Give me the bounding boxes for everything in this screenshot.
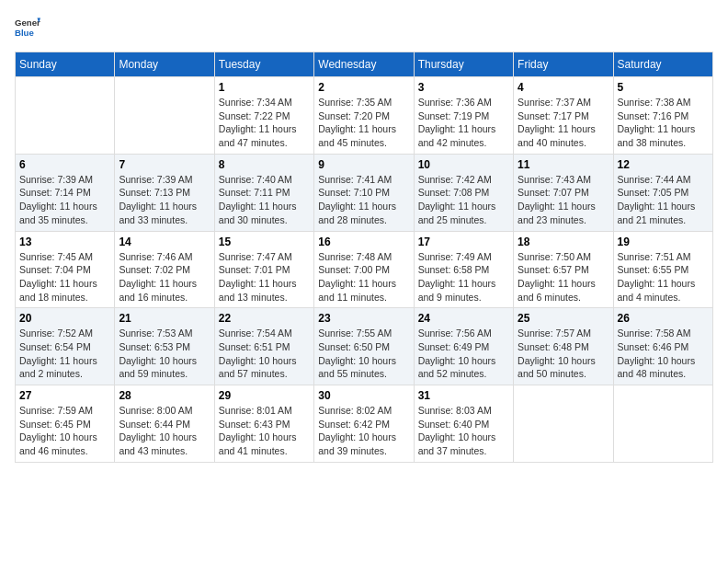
calendar-cell: 31Sunrise: 8:03 AMSunset: 6:40 PMDayligh… [414,385,513,463]
logo: General Blue [15,15,40,40]
calendar-cell: 16Sunrise: 7:48 AMSunset: 7:00 PMDayligh… [314,231,414,308]
weekday-header-monday: Monday [115,52,214,77]
calendar-cell: 22Sunrise: 7:54 AMSunset: 6:51 PMDayligh… [214,308,313,385]
day-info: Sunrise: 7:38 AMSunset: 7:16 PMDaylight:… [618,96,709,150]
day-number: 15 [219,236,310,248]
calendar-cell: 13Sunrise: 7:45 AMSunset: 7:04 PMDayligh… [16,231,115,308]
calendar-cell: 26Sunrise: 7:58 AMSunset: 6:46 PMDayligh… [613,308,712,385]
svg-text:General: General [15,17,40,28]
day-number: 17 [418,236,509,248]
day-info: Sunrise: 7:39 AMSunset: 7:13 PMDaylight:… [119,173,210,227]
calendar-cell: 12Sunrise: 7:44 AMSunset: 7:05 PMDayligh… [613,154,712,231]
calendar-cell: 19Sunrise: 7:51 AMSunset: 6:55 PMDayligh… [613,231,712,308]
day-number: 14 [119,236,210,248]
calendar-cell [115,77,214,155]
calendar-cell: 4Sunrise: 7:37 AMSunset: 7:17 PMDaylight… [514,77,613,155]
calendar-cell: 18Sunrise: 7:50 AMSunset: 6:57 PMDayligh… [514,231,613,308]
calendar-cell: 14Sunrise: 7:46 AMSunset: 7:02 PMDayligh… [115,231,214,308]
day-number: 24 [418,312,509,325]
day-number: 6 [19,158,110,171]
calendar-cell: 30Sunrise: 8:02 AMSunset: 6:42 PMDayligh… [314,385,414,463]
day-number: 22 [219,312,310,325]
day-info: Sunrise: 7:43 AMSunset: 7:07 PMDaylight:… [518,173,609,227]
day-number: 8 [219,158,310,171]
calendar-cell: 20Sunrise: 7:52 AMSunset: 6:54 PMDayligh… [16,308,115,385]
day-info: Sunrise: 7:35 AMSunset: 7:20 PMDaylight:… [318,96,409,150]
calendar-cell: 7Sunrise: 7:39 AMSunset: 7:13 PMDaylight… [115,154,214,231]
day-number: 23 [318,312,409,325]
day-number: 16 [318,236,409,248]
calendar-cell: 5Sunrise: 7:38 AMSunset: 7:16 PMDaylight… [613,77,712,155]
weekday-header-wednesday: Wednesday [314,52,414,77]
day-number: 7 [119,158,210,171]
day-info: Sunrise: 7:49 AMSunset: 6:58 PMDaylight:… [418,250,509,304]
logo-icon: General Blue [15,15,40,40]
day-info: Sunrise: 7:51 AMSunset: 6:55 PMDaylight:… [618,250,709,304]
weekday-header-saturday: Saturday [613,52,712,77]
day-info: Sunrise: 7:56 AMSunset: 6:49 PMDaylight:… [418,327,509,381]
calendar-cell [16,77,115,155]
day-number: 13 [19,236,110,248]
calendar-cell: 23Sunrise: 7:55 AMSunset: 6:50 PMDayligh… [314,308,414,385]
calendar-cell: 2Sunrise: 7:35 AMSunset: 7:20 PMDaylight… [314,77,414,155]
day-info: Sunrise: 8:01 AMSunset: 6:43 PMDaylight:… [219,404,310,458]
calendar-cell: 25Sunrise: 7:57 AMSunset: 6:48 PMDayligh… [514,308,613,385]
calendar-cell: 27Sunrise: 7:59 AMSunset: 6:45 PMDayligh… [16,385,115,463]
calendar-cell: 21Sunrise: 7:53 AMSunset: 6:53 PMDayligh… [115,308,214,385]
weekday-header-sunday: Sunday [16,52,115,77]
calendar-cell: 1Sunrise: 7:34 AMSunset: 7:22 PMDaylight… [214,77,313,155]
calendar-cell: 9Sunrise: 7:41 AMSunset: 7:10 PMDaylight… [314,154,414,231]
day-info: Sunrise: 8:02 AMSunset: 6:42 PMDaylight:… [318,404,409,458]
weekday-header-tuesday: Tuesday [214,52,313,77]
day-number: 28 [119,389,210,402]
calendar-cell: 29Sunrise: 8:01 AMSunset: 6:43 PMDayligh… [214,385,313,463]
day-info: Sunrise: 7:44 AMSunset: 7:05 PMDaylight:… [618,173,709,227]
day-number: 11 [518,158,609,171]
day-info: Sunrise: 7:47 AMSunset: 7:01 PMDaylight:… [219,250,310,304]
day-number: 26 [618,312,709,325]
day-info: Sunrise: 7:34 AMSunset: 7:22 PMDaylight:… [219,96,310,150]
calendar-cell [613,385,712,463]
calendar-cell: 8Sunrise: 7:40 AMSunset: 7:11 PMDaylight… [214,154,313,231]
day-info: Sunrise: 8:00 AMSunset: 6:44 PMDaylight:… [119,404,210,458]
calendar-cell: 15Sunrise: 7:47 AMSunset: 7:01 PMDayligh… [214,231,313,308]
day-number: 25 [518,312,609,325]
day-info: Sunrise: 7:54 AMSunset: 6:51 PMDaylight:… [219,327,310,381]
day-number: 21 [119,312,210,325]
day-info: Sunrise: 7:37 AMSunset: 7:17 PMDaylight:… [518,96,609,150]
day-number: 10 [418,158,509,171]
day-number: 4 [518,81,609,94]
day-info: Sunrise: 8:03 AMSunset: 6:40 PMDaylight:… [418,404,509,458]
day-number: 30 [318,389,409,402]
weekday-header-friday: Friday [514,52,613,77]
day-number: 19 [618,236,709,248]
day-info: Sunrise: 7:57 AMSunset: 6:48 PMDaylight:… [518,327,609,381]
weekday-header-thursday: Thursday [414,52,513,77]
day-info: Sunrise: 7:55 AMSunset: 6:50 PMDaylight:… [318,327,409,381]
day-info: Sunrise: 7:46 AMSunset: 7:02 PMDaylight:… [119,250,210,304]
day-number: 3 [418,81,509,94]
calendar-table: SundayMondayTuesdayWednesdayThursdayFrid… [15,52,713,463]
page-header: General Blue [15,15,713,40]
day-info: Sunrise: 7:39 AMSunset: 7:14 PMDaylight:… [19,173,110,227]
day-info: Sunrise: 7:48 AMSunset: 7:00 PMDaylight:… [318,250,409,304]
day-info: Sunrise: 7:45 AMSunset: 7:04 PMDaylight:… [19,250,110,304]
day-info: Sunrise: 7:53 AMSunset: 6:53 PMDaylight:… [119,327,210,381]
day-number: 2 [318,81,409,94]
svg-text:Blue: Blue [15,28,34,38]
calendar-cell: 3Sunrise: 7:36 AMSunset: 7:19 PMDaylight… [414,77,513,155]
calendar-cell [514,385,613,463]
calendar-cell: 11Sunrise: 7:43 AMSunset: 7:07 PMDayligh… [514,154,613,231]
day-info: Sunrise: 7:41 AMSunset: 7:10 PMDaylight:… [318,173,409,227]
day-info: Sunrise: 7:42 AMSunset: 7:08 PMDaylight:… [418,173,509,227]
day-number: 5 [618,81,709,94]
day-number: 27 [19,389,110,402]
calendar-cell: 6Sunrise: 7:39 AMSunset: 7:14 PMDaylight… [16,154,115,231]
day-info: Sunrise: 7:58 AMSunset: 6:46 PMDaylight:… [618,327,709,381]
day-info: Sunrise: 7:52 AMSunset: 6:54 PMDaylight:… [19,327,110,381]
day-info: Sunrise: 7:50 AMSunset: 6:57 PMDaylight:… [518,250,609,304]
day-info: Sunrise: 7:59 AMSunset: 6:45 PMDaylight:… [19,404,110,458]
day-number: 31 [418,389,509,402]
day-number: 20 [19,312,110,325]
day-number: 1 [219,81,310,94]
